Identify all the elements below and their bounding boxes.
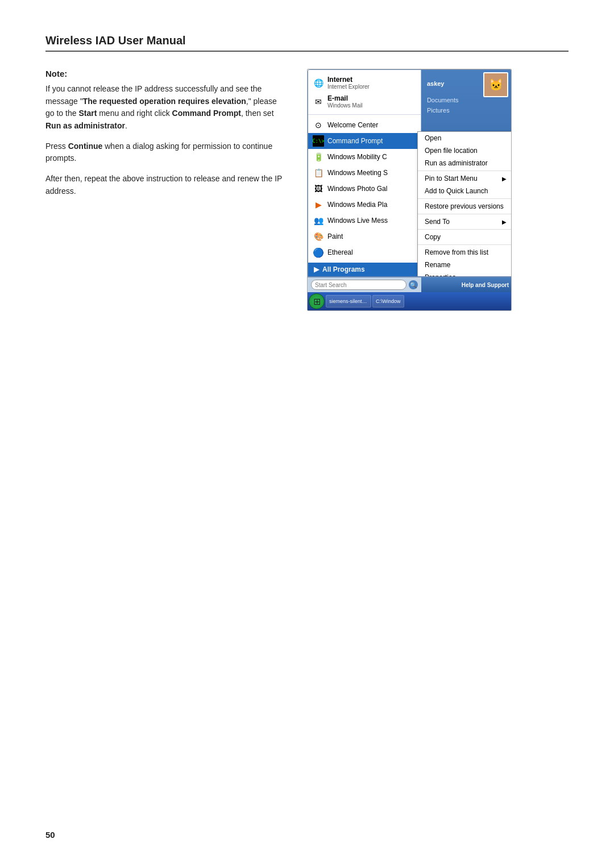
mobility-icon: 🔋: [313, 151, 324, 163]
sm-live-text: Windows Live Mess: [327, 217, 416, 225]
photo-icon: 🖼: [313, 183, 324, 194]
sm-media-text: Windows Media Pla: [327, 201, 416, 209]
ctx-sep-2: [418, 198, 512, 199]
ctx-open-file-location[interactable]: Open file location: [418, 144, 512, 157]
sm-mobility-item[interactable]: 🔋 Windows Mobility C: [308, 149, 421, 165]
note-paragraph-3: After then, repeat the above instruction…: [45, 173, 284, 197]
welcome-icon: ⊙: [313, 119, 324, 131]
ethereal-icon: 🔵: [313, 247, 324, 258]
windows-logo-icon: ⊞: [313, 296, 321, 307]
ctx-run-as-admin-label: Run as administrator: [425, 159, 488, 167]
live-icon: 👥: [313, 215, 324, 226]
sm-photo-item[interactable]: 🖼 Windows Photo Gal: [308, 181, 421, 197]
sm-help-support-panel: Help and Support: [421, 277, 512, 292]
text-column: Note: If you cannot release the IP addre…: [45, 69, 284, 206]
ctx-remove-list-label: Remove from this list: [425, 248, 488, 256]
sm-cmd-text: Command Prompt: [327, 137, 416, 145]
ctx-restore-versions-label: Restore previous versions: [425, 202, 504, 210]
sm-cmd-item[interactable]: C:\> Command Prompt: [308, 133, 421, 149]
ctx-sep-5: [418, 244, 512, 245]
ctx-pin-start-arrow: ▶: [502, 176, 507, 182]
paint-icon: 🎨: [313, 231, 324, 242]
content-area: Note: If you cannot release the IP addre…: [45, 69, 569, 311]
note-paragraph-1: If you cannot release the IP address suc…: [45, 83, 284, 132]
page-title: Wireless IAD User Manual: [45, 34, 569, 52]
sm-meeting-text: Windows Meeting S: [327, 169, 416, 177]
sm-welcome-item[interactable]: ⊙ Welcome Center: [308, 117, 421, 133]
ctx-rename[interactable]: Rename: [418, 259, 512, 271]
sm-search-bar[interactable]: 🔍: [308, 277, 421, 292]
sm-live-item[interactable]: 👥 Windows Live Mess: [308, 213, 421, 229]
taskbar-btn-1-label: siemens-silent setu...: [329, 298, 368, 304]
ctx-copy-label: Copy: [425, 233, 441, 241]
note-paragraph-2: Press Continue when a dialog asking for …: [45, 140, 284, 165]
sm-paint-item[interactable]: 🎨 Paint: [308, 229, 421, 244]
note-label: Note:: [45, 69, 284, 78]
sm-email-name: E-mail: [327, 94, 416, 102]
ctx-copy[interactable]: Copy: [418, 231, 512, 243]
ctx-sep-1: [418, 171, 512, 171]
ctx-send-to[interactable]: Send To ▶: [418, 215, 512, 228]
ctx-send-to-arrow: ▶: [502, 219, 507, 225]
sm-avatar: 🐱: [483, 72, 508, 97]
ctx-properties-label: Properties: [425, 273, 456, 277]
sm-recent-items: ⊙ Welcome Center C:\> Command Prompt 🔋 W…: [308, 115, 421, 263]
ctx-add-quick-launch-label: Add to Quick Launch: [425, 187, 488, 195]
sm-pictures[interactable]: Pictures: [421, 105, 512, 115]
sm-bottom-row: 🔍 Help and Support: [308, 277, 512, 292]
start-menu: 🌐 Internet Internet Explorer ✉ E-mail Wi…: [308, 69, 512, 277]
screenshot: 🌐 Internet Internet Explorer ✉ E-mail Wi…: [307, 69, 512, 311]
ctx-open[interactable]: Open: [418, 132, 512, 144]
sm-internet-sub: Internet Explorer: [327, 84, 416, 90]
search-icon: 🔍: [409, 280, 418, 289]
sm-mobility-text: Windows Mobility C: [327, 153, 416, 161]
meeting-icon: 📋: [313, 167, 324, 178]
taskbar-buttons: siemens-silent setu... C:\Window: [326, 295, 510, 308]
ie-icon: 🌐: [313, 77, 324, 89]
ctx-pin-start[interactable]: Pin to Start Menu ▶: [418, 172, 512, 185]
ctx-rename-label: Rename: [425, 261, 450, 269]
ctx-send-to-label: Send To: [425, 218, 450, 226]
sm-pinned-items: 🌐 Internet Internet Explorer ✉ E-mail Wi…: [308, 70, 421, 115]
sm-email-sub: Windows Mail: [327, 102, 416, 109]
page-number: 50: [45, 830, 55, 840]
sm-internet-item[interactable]: 🌐 Internet Internet Explorer: [308, 73, 421, 92]
all-programs-arrow: ▶: [314, 265, 319, 273]
taskbar-btn-2[interactable]: C:\Window: [372, 295, 404, 308]
sm-internet-name: Internet: [327, 76, 416, 84]
ctx-restore-versions[interactable]: Restore previous versions: [418, 200, 512, 213]
email-icon: ✉: [313, 96, 324, 107]
ctx-pin-start-label: Pin to Start Menu: [425, 175, 478, 182]
sm-welcome-text: Welcome Center: [327, 121, 416, 129]
all-programs-label: All Programs: [322, 265, 365, 273]
sm-email-item[interactable]: ✉ E-mail Windows Mail: [308, 92, 421, 111]
ctx-sep-3: [418, 214, 512, 214]
ctx-open-file-location-label: Open file location: [425, 147, 478, 155]
ctx-properties[interactable]: Properties: [418, 271, 512, 277]
start-button[interactable]: ⊞: [309, 293, 325, 309]
sm-photo-text: Windows Photo Gal: [327, 185, 416, 193]
ctx-open-label: Open: [425, 134, 441, 142]
taskbar: ⊞ siemens-silent setu... C:\Window: [308, 292, 511, 310]
sm-paint-text: Paint: [327, 232, 416, 240]
sm-media-item[interactable]: ▶ Windows Media Pla: [308, 197, 421, 213]
taskbar-btn-2-label: C:\Window: [376, 298, 401, 304]
sm-all-programs[interactable]: ▶ All Programs: [308, 263, 421, 276]
context-menu: Open Open file location Run as administr…: [417, 131, 512, 277]
ctx-add-quick-launch[interactable]: Add to Quick Launch: [418, 185, 512, 197]
help-support-label[interactable]: Help and Support: [462, 282, 509, 288]
taskbar-btn-1[interactable]: siemens-silent setu...: [326, 295, 371, 308]
sm-internet-text: Internet Internet Explorer: [327, 76, 416, 90]
ctx-sep-4: [418, 229, 512, 230]
sm-ethereal-item[interactable]: 🔵 Ethereal: [308, 244, 421, 260]
ctx-remove-list[interactable]: Remove from this list: [418, 246, 512, 259]
page: Wireless IAD User Manual Note: If you ca…: [0, 0, 614, 868]
ctx-run-as-admin[interactable]: Run as administrator: [418, 157, 512, 169]
media-icon: ▶: [313, 199, 324, 210]
sm-email-text: E-mail Windows Mail: [327, 94, 416, 109]
cmd-icon: C:\>: [313, 135, 324, 147]
sm-meeting-item[interactable]: 📋 Windows Meeting S: [308, 165, 421, 181]
sm-ethereal-text: Ethereal: [327, 248, 416, 256]
search-input[interactable]: [311, 280, 406, 290]
sm-left-panel: 🌐 Internet Internet Explorer ✉ E-mail Wi…: [308, 70, 421, 276]
